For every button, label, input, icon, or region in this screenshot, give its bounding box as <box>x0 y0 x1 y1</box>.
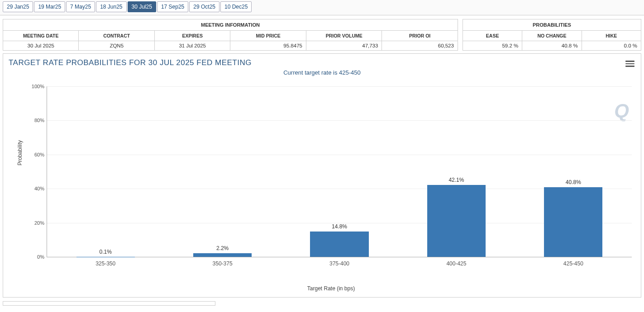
bar-value-label: 42.1% <box>398 177 515 183</box>
x-axis-label: Target Rate (in bps) <box>30 285 632 292</box>
probabilities-table: PROBABILITIES EASE NO CHANGE HIKE 59.2 %… <box>463 19 641 51</box>
tab-17-sep25[interactable]: 17 Sep25 <box>157 1 188 12</box>
bar-slot: 0.1%325-350 <box>47 86 164 257</box>
footer-strip <box>3 301 215 306</box>
col-no-change: NO CHANGE <box>522 31 582 41</box>
chart-title: TARGET RATE PROBABILITIES FOR 30 JUL 202… <box>3 54 641 67</box>
col-mid-price: MID PRICE <box>230 31 306 41</box>
y-tick: 100% <box>32 84 47 89</box>
x-tick: 375-400 <box>281 257 398 267</box>
y-tick: 20% <box>34 220 47 226</box>
x-tick: 325-350 <box>47 257 164 267</box>
tab-7-may25[interactable]: 7 May25 <box>66 1 95 12</box>
tab-30-jul25[interactable]: 30 Jul25 <box>128 1 156 12</box>
tab-29-oct25[interactable]: 29 Oct25 <box>189 1 219 12</box>
cell-meeting-date: 30 Jul 2025 <box>3 41 79 51</box>
info-panels: MEETING INFORMATION MEETING DATE CONTRAC… <box>0 15 644 52</box>
chart-subtitle: Current target rate is 425-450 <box>3 67 641 76</box>
col-ease: EASE <box>463 31 522 41</box>
bar[interactable] <box>427 185 486 257</box>
bar-value-label: 40.8% <box>515 179 632 185</box>
bar-slot: 40.8%425-450 <box>515 86 632 257</box>
col-contract: CONTRACT <box>79 31 154 41</box>
bar-value-label: 2.2% <box>164 245 281 251</box>
tab-10-dec25[interactable]: 10 Dec25 <box>220 1 252 12</box>
col-prior-oi: PRIOR OI <box>382 31 458 41</box>
tab-18-jun25[interactable]: 18 Jun25 <box>96 1 126 12</box>
x-tick: 400-425 <box>398 257 515 267</box>
y-tick: 60% <box>34 152 47 157</box>
bar-slot: 2.2%350-375 <box>164 86 281 257</box>
y-tick: 40% <box>34 186 47 191</box>
chart-menu-icon[interactable] <box>625 59 634 66</box>
meeting-date-tabs: 29 Jan2519 Mar257 May2518 Jun2530 Jul251… <box>0 0 644 15</box>
bar-slot: 14.8%375-400 <box>281 86 398 257</box>
col-expires: EXPIRES <box>154 31 230 41</box>
plot-area: Q 0.1%325-3502.2%350-37514.8%375-40042.1… <box>47 86 632 257</box>
cell-prior-oi: 60,523 <box>382 41 458 51</box>
cell-ease: 59.2 % <box>463 41 522 51</box>
y-axis-label: Probability <box>17 140 23 165</box>
chart-card: TARGET RATE PROBABILITIES FOR 30 JUL 202… <box>3 53 641 298</box>
bar-value-label: 14.8% <box>281 223 398 230</box>
bar-slot: 42.1%400-425 <box>398 86 515 257</box>
cell-expires: 31 Jul 2025 <box>154 41 230 51</box>
cell-mid-price: 95.8475 <box>230 41 306 51</box>
cell-hike: 0.0 % <box>582 41 641 51</box>
bar[interactable] <box>193 253 252 257</box>
y-tick: 80% <box>34 118 47 123</box>
col-prior-volume: PRIOR VOLUME <box>306 31 382 41</box>
probabilities-panel: PROBABILITIES EASE NO CHANGE HIKE 59.2 %… <box>463 19 641 51</box>
cell-contract: ZQN5 <box>79 41 154 51</box>
x-tick: 350-375 <box>164 257 281 267</box>
col-meeting-date: MEETING DATE <box>3 31 79 41</box>
bar[interactable] <box>310 232 368 257</box>
bar-value-label: 0.1% <box>47 249 164 255</box>
meeting-info-table: MEETING INFORMATION MEETING DATE CONTRAC… <box>3 19 458 51</box>
probabilities-title: PROBABILITIES <box>463 19 641 31</box>
tab-19-mar25[interactable]: 19 Mar25 <box>34 1 65 12</box>
cell-prior-volume: 47,733 <box>306 41 382 51</box>
bar[interactable] <box>544 187 602 257</box>
cell-no-change: 40.8 % <box>522 41 582 51</box>
col-hike: HIKE <box>582 31 641 41</box>
y-tick: 0% <box>37 254 47 260</box>
x-tick: 425-450 <box>515 257 632 267</box>
tab-29-jan25[interactable]: 29 Jan25 <box>3 1 33 12</box>
meeting-info-panel: MEETING INFORMATION MEETING DATE CONTRAC… <box>3 19 458 51</box>
chart-plot: Probability Q 0.1%325-3502.2%350-37514.8… <box>30 86 632 270</box>
meeting-info-title: MEETING INFORMATION <box>3 19 458 31</box>
